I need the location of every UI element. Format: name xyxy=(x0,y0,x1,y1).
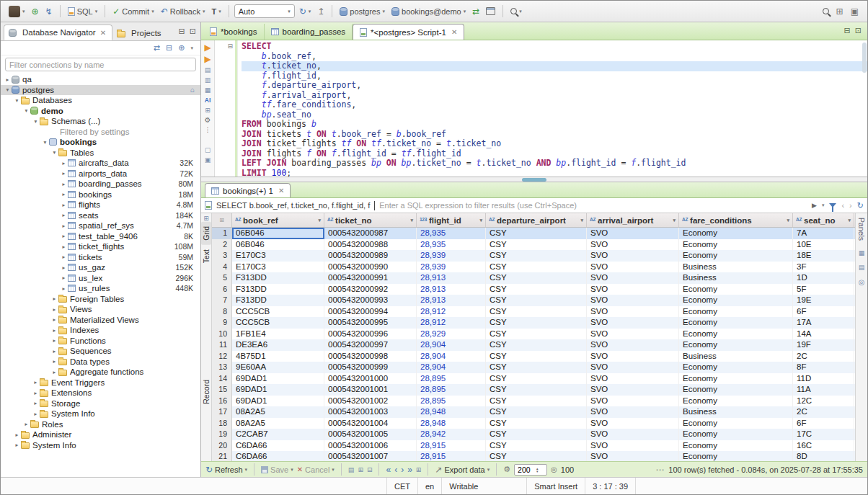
tree-item-us-gaz[interactable]: ▸us_gaz152K xyxy=(1,262,200,273)
tree-item-filtered-by-settings[interactable]: Filtered by settings xyxy=(1,127,200,138)
tab-text-view[interactable]: Text xyxy=(201,245,211,267)
expand-arrow-icon[interactable]: ▸ xyxy=(50,348,58,354)
add-row-icon[interactable]: ⊞ xyxy=(358,466,363,473)
cell[interactable]: CSY xyxy=(486,384,587,396)
column-header-book_ref[interactable]: AZbook_ref▾ xyxy=(232,213,324,227)
cell[interactable]: 6F xyxy=(793,418,854,429)
tree-item-ticket-flights[interactable]: ▸ticket_flights108M xyxy=(1,241,200,252)
log-icon[interactable]: ▣ xyxy=(205,156,211,164)
metadata-panel-icon[interactable]: ▤ xyxy=(859,264,865,271)
row-number[interactable]: 20 xyxy=(212,440,232,452)
expand-arrow-icon[interactable]: ▸ xyxy=(60,202,68,208)
tree-item-event-triggers[interactable]: ▸Event Triggers xyxy=(1,378,200,388)
timezone-indicator[interactable]: CET xyxy=(387,478,418,494)
cell[interactable]: 12C xyxy=(793,396,854,407)
tree-item-schemas-[interactable]: ▾Schemas (...) xyxy=(1,116,200,127)
commit-mode-combo[interactable]: Auto▾ xyxy=(234,4,295,18)
row-number[interactable]: 4 xyxy=(212,262,232,273)
calc-panel-icon[interactable]: ◎ xyxy=(859,278,865,286)
cell[interactable]: 0005432000998 xyxy=(324,351,417,362)
cell[interactable]: 28,942 xyxy=(417,429,486,440)
tree-item-bookings[interactable]: ▾bookings xyxy=(1,137,200,148)
expand-arrow-icon[interactable]: ▸ xyxy=(60,181,68,187)
tree-item-demo[interactable]: ▾demo xyxy=(1,106,200,117)
cell[interactable]: Economy xyxy=(679,228,793,239)
expand-arrow-icon[interactable]: ▸ xyxy=(50,295,58,302)
expand-arrow-icon[interactable]: ▸ xyxy=(50,358,58,365)
expand-arrow-icon[interactable]: ▸ xyxy=(60,160,68,166)
table-row[interactable]: 1669DAD1000543200100228,895CSYSVOEconomy… xyxy=(212,396,855,407)
tree-item-flights[interactable]: ▸flights4.8M xyxy=(1,200,200,210)
cell[interactable]: SVO xyxy=(587,228,679,239)
apply-filter-icon[interactable]: ▶ xyxy=(812,202,817,209)
explain-plan-icon[interactable]: ▤ xyxy=(205,66,211,73)
expand-arrow-icon[interactable]: ▸ xyxy=(32,379,40,385)
cell[interactable]: 5F xyxy=(793,284,854,295)
more-icon[interactable]: ⋮ xyxy=(205,127,211,133)
delete-row-icon[interactable]: ⊟ xyxy=(367,466,373,473)
cell[interactable]: 0005432000990 xyxy=(324,262,417,273)
fetch-size-input[interactable] xyxy=(515,465,536,474)
close-icon[interactable]: ✕ xyxy=(278,187,284,195)
statement-log-icon[interactable]: ▥ xyxy=(205,76,211,84)
expand-arrow-icon[interactable]: ▸ xyxy=(32,400,40,406)
minimize-icon[interactable]: ⊟ xyxy=(844,26,851,35)
table-row[interactable]: 20C6DA66000543200100628,915CSYSVOEconomy… xyxy=(212,440,855,452)
cell[interactable]: Economy xyxy=(679,429,793,440)
cell[interactable]: SVO xyxy=(587,262,679,273)
expand-arrow-icon[interactable]: ▸ xyxy=(60,223,68,229)
cell[interactable]: CSY xyxy=(486,373,587,385)
tree-item-aircrafts-data[interactable]: ▸aircrafts_data32K xyxy=(1,158,200,169)
refresh-results-button[interactable]: ↻Refresh▾ xyxy=(205,465,247,474)
table-row[interactable]: 1708A2A5000543200100328,948CSYSVOBusines… xyxy=(212,406,855,418)
cell[interactable]: 28,912 xyxy=(417,317,486,329)
table-row[interactable]: 106B046000543200098728,935CSYSVOEconomy7… xyxy=(212,228,855,239)
cell[interactable]: C6DA66 xyxy=(232,451,324,461)
row-number[interactable]: 8 xyxy=(212,306,232,318)
cell[interactable]: 0005432001006 xyxy=(324,440,417,452)
connect-button[interactable]: ↯ xyxy=(43,6,55,17)
cell[interactable]: 28,913 xyxy=(417,284,486,295)
rollback-button[interactable]: ↶Rollback▾ xyxy=(159,6,208,17)
cell[interactable]: Business xyxy=(679,351,793,362)
cell[interactable]: SVO xyxy=(587,396,679,407)
table-row[interactable]: 124B75D1000543200099828,904CSYSVOBusines… xyxy=(212,351,855,362)
expand-arrow-icon[interactable]: ▸ xyxy=(50,316,58,323)
cell[interactable]: 19F xyxy=(793,339,854,351)
output-button[interactable] xyxy=(484,6,497,17)
row-number[interactable]: 13 xyxy=(212,362,232,373)
tab-boarding-passes-editor[interactable]: boarding_passes xyxy=(265,24,353,40)
cell[interactable]: Economy xyxy=(679,362,793,373)
cell[interactable]: Economy xyxy=(679,329,793,340)
code-line[interactable]: tf.fare_conditions, xyxy=(242,100,867,110)
expand-arrow-icon[interactable]: ▸ xyxy=(32,411,40,417)
cell[interactable]: F313DD xyxy=(232,272,324,284)
cell[interactable]: 28,939 xyxy=(417,262,486,273)
row-number[interactable]: 18 xyxy=(212,418,232,429)
expand-arrow-icon[interactable]: ▾ xyxy=(50,149,58,156)
cell[interactable]: Economy xyxy=(679,396,793,407)
cell[interactable]: CSY xyxy=(486,418,587,429)
expand-arrow-icon[interactable]: ▾ xyxy=(41,139,49,146)
code-line[interactable]: FROM bookings b xyxy=(242,120,867,130)
cell[interactable]: 28,895 xyxy=(417,384,486,396)
table-row[interactable]: 1469DAD1000543200100028,895CSYSVOEconomy… xyxy=(212,373,855,385)
tree-item-indexes[interactable]: ▸Indexes xyxy=(1,325,200,336)
writable-indicator[interactable]: Writable xyxy=(442,478,527,494)
cell[interactable]: DE3EA6 xyxy=(232,339,324,351)
expand-arrow-icon[interactable]: ▸ xyxy=(50,306,58,313)
editor-gutter[interactable]: ⊟ xyxy=(215,40,238,177)
cell[interactable]: Economy xyxy=(679,239,793,251)
cell[interactable]: 28,939 xyxy=(417,250,486,262)
cell[interactable]: E170C3 xyxy=(232,250,324,262)
cell[interactable]: F313DD xyxy=(232,295,324,306)
cell[interactable]: 69DAD1 xyxy=(232,384,324,396)
cell[interactable]: 28,912 xyxy=(417,306,486,318)
tree-item-us-rules[interactable]: ▸us_rules448K xyxy=(1,283,200,294)
row-number[interactable]: 7 xyxy=(212,295,232,306)
expand-arrow-icon[interactable]: ▸ xyxy=(13,432,21,438)
expand-arrow-icon[interactable]: ▸ xyxy=(60,254,68,260)
cell[interactable]: Economy xyxy=(679,373,793,385)
column-header-arrival_airport[interactable]: AZarrival_airport▾ xyxy=(587,213,679,227)
cell[interactable]: Business xyxy=(679,406,793,418)
